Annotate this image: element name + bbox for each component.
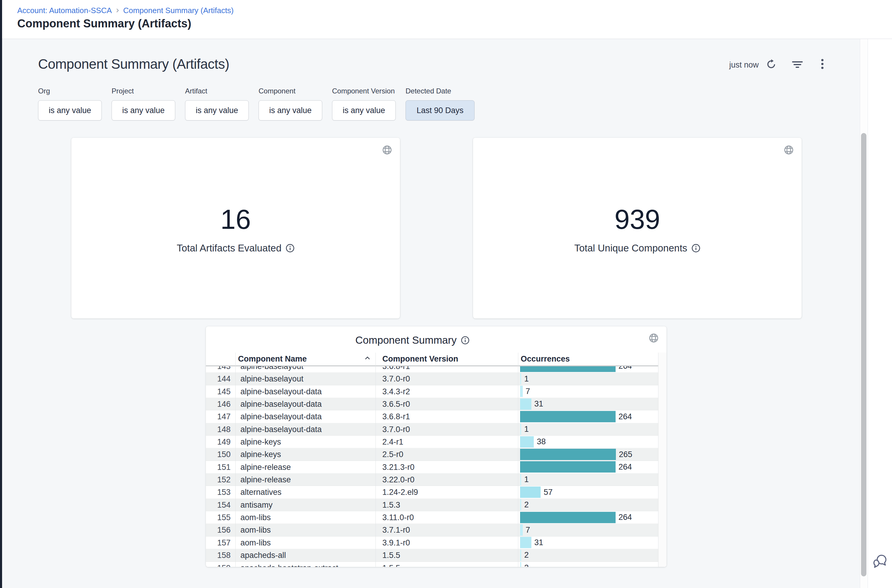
filter-button-artifact[interactable]: is any value xyxy=(185,100,249,120)
more-options-button[interactable] xyxy=(816,58,828,71)
table-row: 150alpine-keys2.5-r0265 xyxy=(206,448,667,460)
occurrences-cell: 2 xyxy=(518,549,658,561)
table-row: 159apacheds-bootstrap-extract1.5.52 xyxy=(206,562,667,567)
table-row: 156aom-libs3.7.1-r07 xyxy=(206,524,667,536)
row-index-cell: 151 xyxy=(206,461,235,473)
table-row: 145alpine-baselayout-data3.4.3-r27 xyxy=(206,386,667,398)
row-index-cell: 143 xyxy=(206,366,235,372)
table-row: 152alpine-release3.22.0-r01 xyxy=(206,473,667,486)
breadcrumb-current-link[interactable]: Component Summary (Artifacts) xyxy=(123,6,234,15)
row-index-cell: 153 xyxy=(206,486,235,498)
component-version-cell: 3.7.1-r0 xyxy=(375,524,518,536)
filter-labels: OrgProjectArtifactComponentComponent Ver… xyxy=(38,87,475,95)
breadcrumb: Account: Automation-SSCA › Component Sum… xyxy=(17,6,234,15)
globe-icon[interactable] xyxy=(649,333,659,343)
row-index-cell: 149 xyxy=(206,436,235,448)
component-version-cell: 1.24-2.el9 xyxy=(375,486,518,498)
component-version-cell: 3.6.5-r0 xyxy=(375,398,518,410)
occurrences-cell: 1 xyxy=(518,423,658,435)
row-index-cell: 147 xyxy=(206,410,235,423)
page-scrollbar-thumb[interactable] xyxy=(861,133,867,576)
occurrence-bar xyxy=(520,411,616,422)
occurrence-value: 2 xyxy=(524,500,529,510)
column-header-occurrences[interactable]: Occurrences xyxy=(521,354,570,364)
component-name-cell: aom-libs xyxy=(235,524,375,536)
table-row: 154antisamy1.5.32 xyxy=(206,499,667,511)
page-title: Component Summary (Artifacts) xyxy=(17,17,191,30)
table-scrollbar-track[interactable] xyxy=(658,352,667,567)
component-name-cell: alpine-keys xyxy=(235,436,375,448)
occurrence-value: 264 xyxy=(619,462,632,472)
occurrence-value: 31 xyxy=(534,399,543,409)
component-version-cell: 1.5.5 xyxy=(375,562,518,567)
row-index-cell: 155 xyxy=(206,511,235,524)
component-name-cell: aom-libs xyxy=(235,537,375,549)
filter-label-component: Component xyxy=(259,87,322,95)
occurrence-value: 7 xyxy=(526,387,530,396)
occurrence-value: 264 xyxy=(619,513,632,522)
table-row: 143alpine-baselayout3.6.8-r1264 xyxy=(206,366,667,372)
filter-label-component-version: Component Version xyxy=(332,87,396,95)
occurrence-value: 2 xyxy=(524,563,529,567)
table-row: 157aom-libs3.9.1-r031 xyxy=(206,537,667,549)
column-header-component-name[interactable]: Component Name xyxy=(238,354,307,364)
component-version-cell: 3.21.3-r0 xyxy=(375,461,518,473)
occurrence-bar xyxy=(520,486,541,498)
breadcrumb-account-link[interactable]: Account: Automation-SSCA xyxy=(17,6,112,15)
filter-button-org[interactable]: is any value xyxy=(38,100,102,120)
occurrence-bar xyxy=(520,386,523,397)
collapsed-sidebar[interactable] xyxy=(0,0,2,588)
occurrence-value: 1 xyxy=(524,374,529,384)
chat-support-button[interactable] xyxy=(871,553,890,571)
table-row: 148alpine-baselayout-data3.7.0-r01 xyxy=(206,423,667,436)
table-title: Component Summary xyxy=(355,334,456,346)
sort-ascending-icon[interactable] xyxy=(364,356,370,360)
filter-button-component-version[interactable]: is any value xyxy=(332,100,396,120)
component-version-cell: 1.5.5 xyxy=(375,549,518,561)
occurrence-value: 1 xyxy=(524,424,529,434)
occurrences-cell: 1 xyxy=(518,473,658,486)
occurrence-value: 57 xyxy=(544,488,553,497)
component-name-cell: alpine-baselayout-data xyxy=(235,410,375,423)
filter-button-detected-date[interactable]: Last 90 Days xyxy=(406,100,475,120)
component-name-cell: alternatives xyxy=(235,486,375,498)
refresh-button[interactable] xyxy=(765,58,777,71)
occurrence-bar xyxy=(520,512,616,523)
occurrence-bar xyxy=(520,562,521,567)
stat-card-total-artifacts: 16 Total Artifacts Evaluated xyxy=(71,138,400,318)
info-icon[interactable] xyxy=(691,244,700,253)
info-icon[interactable] xyxy=(286,244,295,253)
occurrence-bar xyxy=(520,366,616,372)
occurrence-bar xyxy=(520,423,521,435)
globe-icon[interactable] xyxy=(382,145,392,155)
info-icon[interactable] xyxy=(461,336,469,345)
component-name-cell: apacheds-all xyxy=(235,549,375,561)
row-index-cell: 152 xyxy=(206,473,235,486)
stat-value: 16 xyxy=(71,206,400,233)
occurrence-value: 7 xyxy=(526,525,530,535)
table-row: 144alpine-baselayout3.7.0-r01 xyxy=(206,372,667,385)
table-row: 153alternatives1.24-2.el957 xyxy=(206,486,667,498)
row-index-cell: 144 xyxy=(206,372,235,385)
occurrence-value: 2 xyxy=(524,550,529,560)
occurrence-bar xyxy=(520,524,523,536)
row-index-cell: 156 xyxy=(206,524,235,536)
component-version-cell: 3.7.0-r0 xyxy=(375,423,518,435)
column-divider xyxy=(375,352,376,567)
component-name-cell: alpine-baselayout-data xyxy=(235,423,375,435)
component-version-cell: 3.11.0-r0 xyxy=(375,511,518,524)
filter-buttons: is any valueis any valueis any valueis a… xyxy=(38,100,475,120)
component-version-cell: 3.22.0-r0 xyxy=(375,473,518,486)
component-name-cell: aom-libs xyxy=(235,511,375,524)
dashboard-filters-button[interactable] xyxy=(792,58,804,71)
occurrences-cell: 264 xyxy=(518,511,658,524)
occurrence-bar xyxy=(520,399,531,410)
filter-button-project[interactable]: is any value xyxy=(112,100,175,120)
column-header-component-version[interactable]: Component Version xyxy=(382,354,458,364)
occurrence-value: 264 xyxy=(619,412,632,422)
occurrence-bar xyxy=(520,499,521,510)
component-version-cell: 3.7.0-r0 xyxy=(375,372,518,385)
globe-icon[interactable] xyxy=(784,145,794,155)
occurrence-bar xyxy=(520,449,616,460)
filter-button-component[interactable]: is any value xyxy=(259,100,322,120)
